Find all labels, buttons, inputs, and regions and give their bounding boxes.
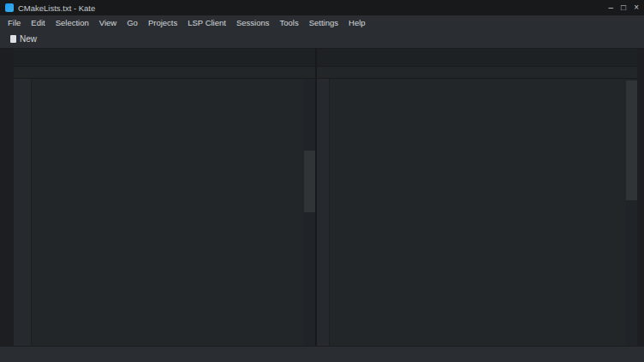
minimize-button[interactable]: – <box>609 3 614 12</box>
main-area <box>0 49 644 346</box>
menu-item-help[interactable]: Help <box>343 17 371 28</box>
right-sidebar <box>637 49 644 346</box>
window-controls: –□× <box>609 3 639 12</box>
menu-item-sessions[interactable]: Sessions <box>231 17 275 28</box>
kate-window: CMakeLists.txt - Kate –□× FileEditSelect… <box>0 0 644 362</box>
menu-item-tools[interactable]: Tools <box>275 17 304 28</box>
code-area[interactable] <box>330 79 626 346</box>
window-title: CMakeLists.txt - Kate <box>18 3 95 13</box>
menubar: FileEditSelectionViewGoProjectsLSP Clien… <box>0 15 644 29</box>
titlebar: CMakeLists.txt - Kate –□× <box>0 0 644 15</box>
menu-item-view[interactable]: View <box>94 17 122 28</box>
editor-pane-right <box>317 49 637 346</box>
menu-item-projects[interactable]: Projects <box>143 17 182 28</box>
menu-item-selection[interactable]: Selection <box>51 17 94 28</box>
close-button[interactable]: × <box>634 3 639 12</box>
menu-item-go[interactable]: Go <box>122 17 143 28</box>
breadcrumb <box>317 66 637 79</box>
maximize-button[interactable]: □ <box>621 3 626 12</box>
menu-item-settings[interactable]: Settings <box>304 17 343 28</box>
menu-item-file[interactable]: File <box>3 17 26 28</box>
new-document-icon <box>10 35 16 43</box>
editor[interactable] <box>14 79 315 346</box>
new-button-label: New <box>20 34 37 44</box>
toolbar: New <box>0 29 644 49</box>
menu-item-lsp-client[interactable]: LSP Client <box>182 17 231 28</box>
editor-pane-left <box>14 49 315 346</box>
minimap-viewport[interactable] <box>304 151 315 212</box>
tabbar <box>14 49 315 66</box>
statusbar <box>0 346 644 362</box>
line-numbers <box>317 79 330 346</box>
line-numbers <box>14 79 32 346</box>
minimap[interactable] <box>626 79 637 346</box>
new-button[interactable]: New <box>4 33 43 45</box>
tabbar <box>317 49 637 66</box>
kate-app-icon <box>5 3 14 12</box>
menu-item-edit[interactable]: Edit <box>26 17 50 28</box>
minimap[interactable] <box>304 79 315 346</box>
breadcrumb <box>14 66 315 79</box>
minimap-viewport[interactable] <box>626 80 637 200</box>
left-sidebar <box>0 49 14 346</box>
editor[interactable] <box>317 79 637 346</box>
code-area[interactable] <box>32 79 304 346</box>
